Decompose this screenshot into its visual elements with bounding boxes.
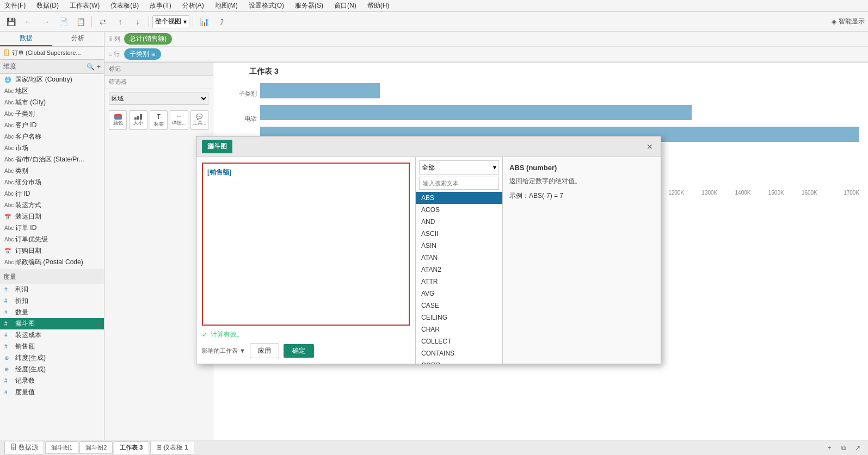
apply-button[interactable]: 应用 bbox=[250, 344, 279, 358]
function-panel: 全部 ▾ ABS ACOS AND ASCII ASIN ATAN ATAN2 bbox=[416, 157, 661, 364]
formula-chip: [销售额] bbox=[207, 169, 231, 176]
func-desc-body: 返回给定数字的绝对值。 bbox=[509, 176, 654, 186]
dialog-box: 漏斗图 ✕ [销售额] ✓ 计算有效。 影响的工作表 ▼ 应用 确定 bbox=[196, 136, 661, 364]
chevron-down-icon: ▾ bbox=[493, 164, 496, 171]
func-item-char[interactable]: CHAR bbox=[416, 323, 502, 335]
func-item-ascii[interactable]: ASCII bbox=[416, 228, 502, 240]
func-item-corr[interactable]: CORR bbox=[416, 359, 502, 364]
func-item-atan[interactable]: ATAN bbox=[416, 252, 502, 264]
function-list: ABS ACOS AND ASCII ASIN ATAN ATAN2 ATTR … bbox=[416, 192, 502, 364]
dialog-body: [销售额] ✓ 计算有效。 影响的工作表 ▼ 应用 确定 全部 bbox=[196, 157, 661, 364]
func-item-asin[interactable]: ASIN bbox=[416, 240, 502, 252]
affect-dropdown[interactable]: 影响的工作表 ▼ bbox=[202, 347, 245, 355]
dialog-title: 漏斗图 bbox=[202, 140, 232, 153]
func-category-dropdown[interactable]: 全部 ▾ bbox=[419, 160, 499, 174]
func-desc-title: ABS (number) bbox=[509, 164, 654, 172]
func-item-case[interactable]: CASE bbox=[416, 300, 502, 311]
dialog-overlay: 漏斗图 ✕ [销售额] ✓ 计算有效。 影响的工作表 ▼ 应用 确定 bbox=[0, 0, 868, 455]
func-item-acos[interactable]: ACOS bbox=[416, 204, 502, 216]
formula-editor: [销售额] ✓ 计算有效。 影响的工作表 ▼ 应用 确定 bbox=[196, 157, 416, 364]
func-search-input[interactable] bbox=[419, 177, 499, 190]
formula-actions: 影响的工作表 ▼ 应用 确定 bbox=[202, 344, 410, 358]
func-item-abs[interactable]: ABS bbox=[416, 192, 502, 204]
func-item-attr[interactable]: ATTR bbox=[416, 276, 502, 288]
formula-input[interactable]: [销售额] bbox=[202, 163, 410, 326]
func-item-ceiling[interactable]: CEILING bbox=[416, 311, 502, 323]
ok-button[interactable]: 确定 bbox=[284, 344, 314, 358]
func-item-contains[interactable]: CONTAINS bbox=[416, 347, 502, 359]
func-item-atan2[interactable]: ATAN2 bbox=[416, 264, 502, 276]
func-item-collect[interactable]: COLLECT bbox=[416, 335, 502, 347]
dialog-header: 漏斗图 ✕ bbox=[196, 136, 661, 157]
function-description: ABS (number) 返回给定数字的绝对值。 示例：ABS(-7) = 7 bbox=[503, 157, 661, 364]
function-list-area: 全部 ▾ ABS ACOS AND ASCII ASIN ATAN ATAN2 bbox=[416, 157, 503, 364]
formula-status: ✓ 计算有效。 bbox=[202, 330, 410, 339]
func-desc-example: 示例：ABS(-7) = 7 bbox=[509, 191, 654, 201]
func-item-avg[interactable]: AVG bbox=[416, 288, 502, 300]
func-item-and[interactable]: AND bbox=[416, 216, 502, 228]
dialog-close-button[interactable]: ✕ bbox=[644, 141, 655, 152]
